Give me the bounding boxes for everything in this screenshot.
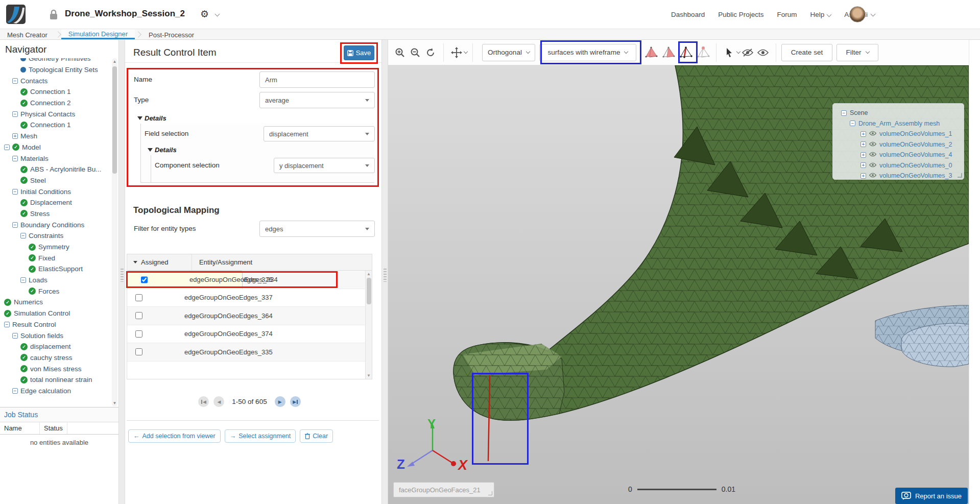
row-checkbox[interactable] (135, 330, 142, 338)
render-mode-select[interactable]: surfaces with wireframe (539, 44, 636, 61)
table-row[interactable]: edgeGroupOnGeoEdges_374 (127, 325, 365, 344)
tree-item-total-nonlinear-strain[interactable]: ✓total nonlinear strain (0, 374, 110, 386)
tree-item-result-control[interactable]: −Result Control (0, 319, 110, 330)
expander-minus-icon[interactable]: − (850, 121, 855, 126)
name-input[interactable] (259, 71, 375, 88)
expander-minus-icon[interactable]: − (12, 388, 18, 394)
scene-volume-row[interactable]: +volumeOnGeoVolumes_3 (841, 171, 964, 181)
expander-minus-icon[interactable]: − (20, 277, 26, 283)
expander-minus-icon[interactable]: − (12, 78, 18, 84)
expander-minus-icon[interactable]: − (4, 322, 10, 327)
visibility-eye-icon[interactable] (869, 162, 876, 169)
nav-forum[interactable]: Forum (777, 11, 797, 18)
show-eye-icon[interactable] (755, 45, 771, 60)
last-page-button[interactable]: ▶ (290, 396, 301, 407)
tree-item-initial-conditions[interactable]: −Initial Conditions (0, 186, 110, 197)
previous-page-button[interactable]: ◀ (213, 396, 224, 407)
nav-public-projects[interactable]: Public Projects (718, 11, 763, 18)
tree-item-contacts[interactable]: −Contacts (0, 75, 110, 86)
gear-icon[interactable]: ⚙ (200, 8, 209, 20)
type-select[interactable]: average (259, 92, 375, 108)
tree-item-physical-contacts[interactable]: −Physical Contacts (0, 108, 110, 119)
visibility-eye-icon[interactable] (869, 172, 876, 179)
first-page-button[interactable]: ◀ (198, 396, 209, 407)
expander-minus-icon[interactable]: − (4, 145, 10, 150)
visibility-eye-icon[interactable] (869, 141, 876, 148)
pan-icon[interactable] (449, 45, 464, 60)
tree-item-forces[interactable]: ✓Forces (0, 285, 110, 297)
select-face-icon[interactable] (661, 45, 676, 60)
splitter-left[interactable] (118, 40, 125, 504)
save-button[interactable]: Save (344, 45, 374, 60)
tree-item-topological-entity-sets[interactable]: Topological Entity Sets (0, 64, 110, 76)
scroll-down-icon[interactable]: ▼ (366, 373, 372, 378)
chevron-down-icon[interactable] (464, 50, 468, 54)
tree-item-constraints[interactable]: −Constraints (0, 230, 110, 242)
tree-item-abs-acrylonitrile-bu[interactable]: ✓ABS - Acrylonitrile Bu... (0, 164, 110, 175)
tree-item-simulation-control[interactable]: ✓Simulation Control (0, 308, 110, 319)
table-row[interactable]: edgeGroupOnGeoEdges_337 (127, 289, 365, 307)
refresh-icon[interactable] (423, 45, 438, 60)
tab-simulation-designer[interactable]: Simulation Designer (61, 29, 135, 39)
entity-column-header[interactable]: Entity/Assignment (192, 258, 252, 266)
select-node-icon[interactable] (696, 45, 711, 60)
details-header-nested[interactable]: Details (148, 146, 177, 154)
report-issue-button[interactable]: Report an issue (895, 488, 968, 504)
expander-minus-icon[interactable]: − (12, 222, 18, 228)
select-assignment-button[interactable]: →Select assignment (225, 429, 296, 443)
table-row[interactable]: edgeGroupOnGeoEdges_335 (127, 343, 365, 362)
chevron-down-icon[interactable] (215, 12, 220, 17)
expander-plus-icon[interactable]: + (861, 152, 866, 158)
select-volume-icon[interactable] (643, 45, 659, 60)
filter-button[interactable]: Filter (836, 44, 878, 61)
tree-item-displacement[interactable]: ✓displacement (0, 341, 110, 352)
resize-handle-icon[interactable] (958, 173, 962, 178)
tree-item-connection-1[interactable]: ✓Connection 1 (0, 86, 110, 98)
tree-item-von-mises-stress[interactable]: ✓von Mises stress (0, 363, 110, 374)
tree-item-loads[interactable]: −Loads (0, 275, 110, 286)
scroll-up-icon[interactable]: ▲ (112, 59, 117, 64)
zoom-in-icon[interactable] (392, 45, 408, 60)
entity-filter-select[interactable]: edges (259, 221, 375, 237)
nav-dashboard[interactable]: Dashboard (671, 11, 705, 18)
scene-volume-row[interactable]: +volumeOnGeoVolumes_2 (841, 139, 964, 150)
expander-plus-icon[interactable]: + (861, 173, 866, 179)
scrollbar-thumb[interactable] (367, 278, 371, 304)
create-set-button[interactable]: Create set (781, 44, 832, 61)
scene-volume-row[interactable]: +volumeOnGeoVolumes_0 (841, 160, 964, 171)
tree-item-steel[interactable]: ✓Steel (0, 175, 110, 186)
tree-item-model[interactable]: −✓Model (0, 142, 110, 153)
scene-volume-row[interactable]: +volumeOnGeoVolumes_1 (841, 129, 964, 139)
tree-item-symmetry[interactable]: ✓Symmetry (0, 242, 110, 253)
zoom-out-icon[interactable] (408, 45, 423, 60)
chevron-down-icon[interactable] (871, 12, 876, 17)
tree-item-mesh[interactable]: +Mesh (0, 131, 110, 142)
tree-item-connection-1[interactable]: ✓Connection 1 (0, 119, 110, 131)
tree-item-edge-calculation[interactable]: −Edge calculation (0, 386, 110, 397)
tree-item-geometry-primitives[interactable]: Geometry Primitives (0, 58, 110, 64)
component-selection-select[interactable]: y displacement (274, 158, 375, 173)
tree-item-displacement[interactable]: ✓Displacement (0, 197, 110, 208)
tree-item-materials[interactable]: −Materials (0, 153, 110, 164)
navigator-scrollbar[interactable]: ▲ ▼ (112, 58, 117, 406)
expander-minus-icon[interactable]: − (12, 111, 18, 117)
tree-item-connection-2[interactable]: ✓Connection 2 (0, 98, 110, 109)
projection-select[interactable]: Orthogonal (482, 44, 535, 61)
details-header[interactable]: Details (137, 114, 166, 122)
expander-plus-icon[interactable]: + (861, 131, 866, 137)
splitter-right[interactable] (381, 40, 388, 504)
scene-volume-row[interactable]: +volumeOnGeoVolumes_4 (841, 150, 964, 160)
tree-item-boundary-conditions[interactable]: −Boundary Conditions (0, 219, 110, 230)
tree-item-stress[interactable]: ✓Stress (0, 208, 110, 220)
scene-tree-panel[interactable]: −Scene −Drone_Arm_Assembly mesh +volumeO… (832, 103, 964, 180)
expander-plus-icon[interactable]: + (12, 133, 18, 139)
clear-button[interactable]: Clear (300, 429, 333, 443)
row-checkbox[interactable] (141, 276, 148, 283)
expander-minus-icon[interactable]: − (841, 110, 847, 116)
expander-minus-icon[interactable]: − (12, 156, 18, 161)
scroll-up-icon[interactable]: ▲ (366, 272, 372, 276)
next-page-button[interactable]: ▶ (275, 396, 285, 407)
tree-item-elasticsupport[interactable]: ✓ElasticSupport (0, 263, 110, 275)
expander-plus-icon[interactable]: + (861, 141, 866, 147)
page-scroll-strip[interactable] (969, 40, 980, 504)
